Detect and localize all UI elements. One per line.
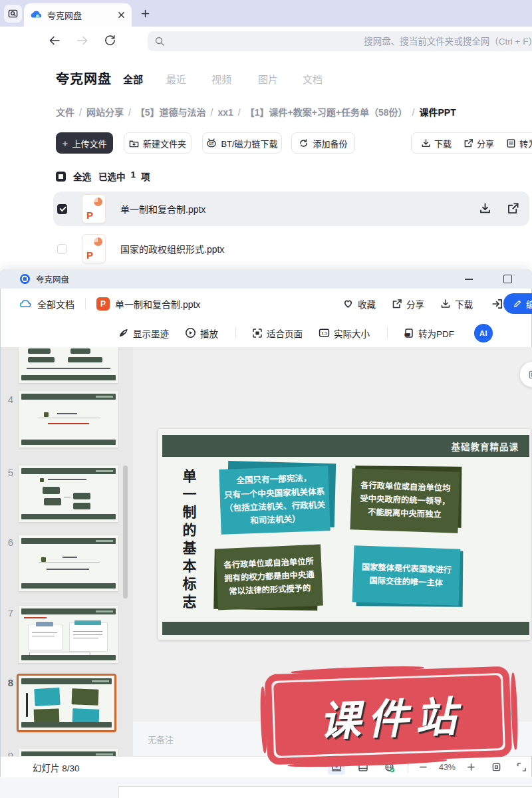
show-ink-tool[interactable]: 显示墨迹 [118, 327, 169, 340]
slide-thumbnail[interactable] [19, 466, 118, 522]
search-input[interactable] [165, 37, 532, 47]
page-title: 夸克网盘 [56, 68, 112, 88]
bt-icon: BT [206, 138, 217, 148]
stamp-text: 课件站 [313, 683, 464, 748]
tab-title: 夸克网盘 [47, 9, 118, 21]
slide-header-bar: 基础教育精品课 [162, 435, 529, 457]
folder-plus-icon [129, 138, 139, 148]
share-icon [392, 299, 402, 309]
slide-counter: 幻灯片 8/30 [33, 761, 80, 774]
browser-tab[interactable]: 夸克网盘 [24, 3, 132, 27]
watermark-stamp: 课件站 [265, 666, 513, 765]
slide-thumbnail[interactable] [19, 535, 118, 591]
tab-close-icon[interactable] [118, 11, 125, 19]
favorite-button[interactable]: 收藏 [342, 297, 376, 311]
ai-assistant-button[interactable]: AI [474, 324, 493, 342]
underlying-page-edge [118, 786, 532, 798]
tab-image[interactable]: 图片 [258, 72, 278, 86]
svg-text:BT: BT [209, 142, 215, 146]
breadcrumb-item[interactable]: 【1】课件+教案+习题+任务单（58份） [245, 107, 408, 118]
add-backup-button[interactable]: 添加备份 [291, 132, 355, 154]
slide-canvas: 基础教育精品课 单一制的基本标志 全国只有一部宪法， 只有一个中央国家机关体系 … [158, 429, 531, 640]
search-bar[interactable] [148, 31, 532, 51]
tab-video[interactable]: 视频 [211, 72, 231, 86]
zoom-in-icon[interactable] [462, 760, 479, 775]
tab-all[interactable]: 全部 [123, 72, 143, 86]
slide-thumbnail[interactable] [19, 391, 118, 448]
download-action[interactable]: 下载 [421, 137, 452, 150]
ink-pen-icon [118, 327, 129, 338]
bt-magnet-download-button[interactable]: BT BT/磁力链下载 [202, 132, 282, 154]
doc-type-badge: P [96, 297, 110, 311]
heart-icon [342, 298, 354, 309]
slide-text-box: 全国只有一部宪法， 只有一个中央国家机关体系 （包括立法机关、行政机关 和司法机… [219, 466, 330, 535]
slide-thumbnail[interactable] [19, 749, 118, 756]
maximize-button[interactable] [503, 275, 512, 283]
viewer-titlebar: 夸克网盘 [0, 269, 532, 289]
to-pdf-action[interactable]: 转为PDF [506, 137, 532, 150]
slide-header-badge: 基础教育精品课 [452, 440, 519, 453]
to-pdf-tool[interactable]: PDF 转为PDF [404, 327, 454, 340]
search-icon [154, 36, 165, 47]
sidebar-search-button[interactable] [4, 5, 22, 23]
forward-button[interactable] [76, 34, 89, 47]
row-open-icon[interactable] [507, 202, 520, 215]
notes-empty-label: 无备注 [148, 733, 174, 745]
upload-button[interactable]: + 上传文件 [56, 132, 113, 154]
zoom-level[interactable]: 43% [439, 763, 456, 772]
actual-size-tool[interactable]: 1:1 实际大小 [319, 327, 370, 340]
all-docs-link[interactable]: 全部文档 [37, 297, 74, 311]
tab-doc[interactable]: 文档 [303, 72, 323, 86]
file-name[interactable]: 国家的政权组织形式.pptx [120, 242, 529, 255]
breadcrumb-current: 课件PPT [420, 107, 456, 118]
viewer-download-button[interactable]: 下载 [440, 297, 473, 311]
breadcrumb: 文件/网站分享/【5】道德与法治/xx1/【1】课件+教案+习题+任务单（58份… [56, 105, 456, 118]
document-title: 单一制和复合制.pptx [115, 297, 342, 311]
plus-icon: + [63, 138, 68, 149]
selection-row: 全选 已选中 1 项 [56, 170, 150, 183]
fit-page-tool[interactable]: 适合页面 [252, 327, 303, 340]
screen: 夸克网盘 夸克网盘 全部 最近 视频 图片 文档 文件/网站分享/【5】道德与法… [0, 0, 532, 798]
fit-screen-icon[interactable] [487, 760, 505, 775]
play-tool[interactable]: 播放 [185, 327, 218, 340]
thumbnail-scrollbar[interactable] [123, 466, 128, 598]
new-folder-button[interactable]: 新建文件夹 [124, 132, 192, 154]
backup-sync-icon [299, 138, 309, 148]
back-button[interactable] [48, 34, 61, 47]
breadcrumb-item[interactable]: xx1 [217, 107, 233, 118]
file-checkbox[interactable] [57, 204, 67, 214]
slide-thumbnail[interactable] [19, 347, 118, 383]
sidebar-search-icon [8, 9, 18, 19]
svg-text:PDF: PDF [405, 333, 410, 336]
ppt-file-icon: P [82, 234, 106, 263]
breadcrumb-item[interactable]: 【5】道德与法治 [136, 107, 206, 118]
file-row[interactable]: P 单一制和复合制.pptx [53, 192, 529, 226]
slide-text-box: 各行政单位或自治单位均 受中央政府的统一领导， 不能脱离中央而独立 [350, 468, 460, 533]
one-to-one-icon: 1:1 [319, 327, 330, 338]
refresh-button[interactable] [104, 34, 117, 47]
breadcrumb-item[interactable]: 文件 [56, 107, 74, 118]
slide-text-box: 国家整体是代表国家进行 国际交往的唯一主体 [352, 545, 461, 606]
thumbnail-number: 7 [5, 607, 16, 618]
select-all-label[interactable]: 全选 [73, 170, 91, 183]
new-tab-button[interactable] [137, 5, 153, 21]
edit-button[interactable]: 编辑 [503, 293, 532, 314]
save-to-drive-icon[interactable] [491, 298, 503, 310]
minimize-button[interactable] [465, 279, 473, 280]
file-name[interactable]: 单一制和复合制.pptx [120, 202, 479, 215]
slide-thumbnail[interactable] [19, 606, 118, 663]
thumbnail-number: 5 [5, 467, 16, 478]
pdf-icon [506, 138, 516, 148]
tab-recent[interactable]: 最近 [166, 72, 186, 86]
share-action[interactable]: 分享 [464, 137, 494, 150]
row-download-icon[interactable] [479, 202, 492, 215]
file-row[interactable]: P 国家的政权组织形式.pptx [53, 231, 529, 266]
select-all-checkbox[interactable] [56, 172, 66, 182]
cloud-icon [19, 297, 32, 310]
slide-thumbnail-current[interactable] [17, 674, 116, 732]
breadcrumb-item[interactable]: 网站分享 [86, 107, 124, 118]
fullscreen-icon[interactable] [513, 760, 530, 775]
ppt-file-icon: P [82, 194, 106, 223]
viewer-share-button[interactable]: 分享 [392, 297, 424, 311]
file-checkbox[interactable] [57, 244, 67, 254]
